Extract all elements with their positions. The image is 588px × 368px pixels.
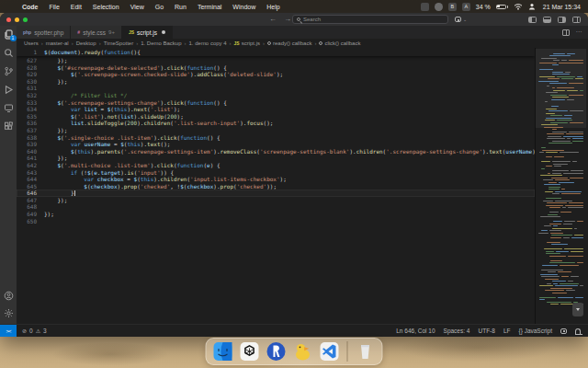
line-number: 647 (17, 197, 44, 204)
toggle-secondary-sidebar-icon[interactable] (558, 17, 566, 23)
command-center-search[interactable]: Search (292, 15, 448, 24)
cursor-position[interactable]: Ln 646, Col 10 (396, 328, 435, 334)
breadcrumb-item[interactable]: Desktop (76, 40, 96, 46)
dock-finder-icon[interactable] (212, 340, 234, 362)
menu-terminal[interactable]: Terminal (192, 4, 227, 10)
menu-selection[interactable]: Selection (87, 4, 125, 10)
php-file-icon: php (23, 29, 31, 35)
line-number: 638 (17, 134, 44, 142)
menu-file[interactable]: File (44, 4, 65, 10)
code-editor[interactable]: 1$(document).ready(function(){ 627 });62… (17, 48, 588, 324)
warnings-count: 3 (43, 328, 47, 334)
activity-bar: 1 (0, 26, 17, 324)
settings-gear-icon[interactable] (4, 308, 14, 318)
input-source-icon[interactable]: A (462, 3, 470, 11)
notifications-bell-icon[interactable] (575, 328, 581, 334)
eol-sequence[interactable]: LF (503, 328, 511, 334)
toggle-panel-icon[interactable] (543, 17, 551, 23)
customize-layout-icon[interactable] (572, 17, 581, 23)
breadcrumb-item[interactable]: TimeSpotter (104, 40, 133, 46)
menu-bar-clock[interactable]: 21 Mar 15:34 (543, 4, 581, 10)
toggle-sidebar-icon[interactable] (528, 17, 537, 23)
language-mode[interactable]: {} JavaScript (518, 328, 552, 334)
breadcrumb-item[interactable]: JSscript.js (234, 40, 260, 46)
minimize-window-button[interactable] (15, 17, 19, 22)
line-number: 650 (17, 218, 44, 225)
extensions-icon[interactable] (4, 121, 14, 132)
menu-edit[interactable]: Edit (65, 4, 87, 10)
code-line-627: 627 }); (17, 57, 535, 64)
close-window-button[interactable] (6, 17, 11, 22)
problems-indicator[interactable]: ⊘ 0 ⚠ 3 (17, 328, 47, 334)
encoding[interactable]: UTF-8 (478, 328, 494, 334)
explorer-icon[interactable]: 1 (4, 29, 14, 40)
tab-script.js[interactable]: JSscript.js (122, 26, 173, 39)
search-icon (297, 17, 300, 21)
breadcrumb-item[interactable]: 1. Demo Backup (141, 40, 181, 46)
breadcrumb-item[interactable]: click() callback (319, 40, 360, 46)
breadcrumb-separator: › (230, 40, 232, 46)
line-number: 628 (17, 64, 44, 72)
code-line-645: 645 $(checkbox).prop('checked', !$(check… (17, 183, 535, 190)
menu-go[interactable]: Go (150, 4, 169, 10)
desktop: CodeFileEditSelectionViewGoRunTerminalWi… (0, 0, 588, 368)
more-actions-icon[interactable]: ⋯ (576, 29, 583, 36)
dock-trash-icon[interactable] (355, 340, 377, 362)
line-number: 648 (17, 203, 44, 211)
go-forward-button[interactable]: → (284, 16, 291, 23)
remote-explorer-icon[interactable] (4, 103, 14, 113)
go-back-button[interactable]: ← (269, 16, 277, 23)
tab-style.css[interactable]: #style.css9+ (71, 26, 122, 39)
split-editor-icon[interactable] (562, 29, 570, 36)
sticky-scroll-line[interactable]: 1$(document).ready(function(){ (17, 48, 535, 56)
copilot-status-icon[interactable] (560, 328, 567, 334)
symbol-icon (267, 41, 271, 45)
text-cursor (74, 190, 75, 197)
breadcrumb-item[interactable]: master-al (46, 40, 69, 46)
code-line-647: 647 }); (17, 197, 535, 204)
battery-icon[interactable] (496, 5, 508, 9)
tab-spotter.php[interactable]: phpspotter.php (17, 26, 71, 39)
copilot-menu[interactable]: ⌄ (455, 17, 467, 22)
line-number: 643 (17, 169, 44, 177)
menu-view[interactable]: View (125, 4, 150, 10)
user-switcher-icon[interactable] (528, 3, 536, 10)
breadcrumb-item[interactable]: 1. demo copy 4 (189, 40, 227, 46)
code-line-635: 635 $('.list').not(list).slideUp(200); (17, 113, 535, 121)
js-file-icon: JS (129, 29, 134, 35)
code-line-641: 641 }); (17, 155, 535, 162)
run-debug-icon[interactable] (4, 85, 14, 95)
dock-divider (347, 341, 348, 362)
dock-chatgpt-icon[interactable] (239, 340, 261, 362)
menu-window[interactable]: Window (227, 4, 261, 10)
breadcrumb-item[interactable]: ready() callback (267, 40, 311, 46)
dock-cyberduck-icon[interactable] (292, 340, 314, 362)
code-line-642: 642 $('.multi-choice .list-item').click(… (17, 162, 535, 169)
scroll-down-button[interactable] (572, 303, 583, 316)
menu-help[interactable]: Help (261, 4, 285, 10)
menu-run[interactable]: Run (169, 4, 192, 10)
source-control-icon[interactable] (4, 66, 14, 76)
minimap[interactable] (535, 48, 586, 324)
copilot-icon (455, 17, 461, 22)
remote-indicator[interactable]: >< (0, 325, 17, 338)
css-file-icon: # (77, 29, 80, 35)
line-number: 641 (17, 155, 44, 162)
dock-yandex-icon[interactable] (266, 340, 288, 362)
indentation[interactable]: Spaces: 4 (444, 328, 470, 334)
menu-extra-icon-1[interactable] (421, 3, 429, 11)
account-icon[interactable] (4, 291, 14, 301)
breadcrumb-item[interactable]: Users (24, 40, 39, 46)
tab-bar: phpspotter.php#style.css9+JSscript.js ⋯ (17, 26, 588, 39)
search-view-icon[interactable] (4, 48, 14, 58)
wifi-icon[interactable] (514, 3, 523, 10)
zoom-window-button[interactable] (23, 17, 28, 22)
code-line-646: 646 } (17, 190, 535, 197)
menu-extra-icon-2[interactable] (435, 3, 443, 11)
errors-icon: ⊘ (22, 328, 27, 334)
code-line-650: 650 (17, 218, 535, 225)
menu-extra-icon-b[interactable]: B (448, 3, 457, 11)
layout-controls (528, 17, 581, 23)
menu-code[interactable]: Code (17, 4, 44, 10)
dock-vscode-icon[interactable] (319, 340, 341, 362)
